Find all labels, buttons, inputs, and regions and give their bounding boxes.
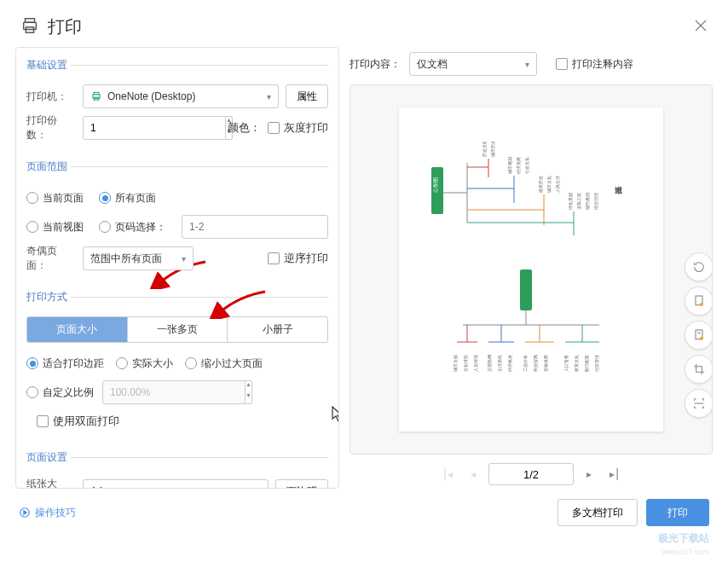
tab-page-size[interactable]: 页面大小 [27,317,128,342]
svg-text:城市史: 城市史 [615,186,624,195]
printer-select[interactable]: OneNote (Desktop) ▾ [83,84,279,108]
grayscale-label: 灰度打印 [284,120,328,136]
tips-link[interactable]: 操作技巧 [19,506,76,520]
svg-text:道路工程: 道路工程 [576,193,581,210]
print-content-value: 仅文档 [417,57,448,72]
properties-button[interactable]: 属性 [286,84,328,108]
svg-text:心智图: 心智图 [432,177,438,194]
radio-page-select[interactable]: 页码选择： [99,220,166,235]
svg-text:商业贸易: 商业贸易 [533,355,538,372]
color-label: 颜色： [228,120,261,136]
duplex-checkbox[interactable]: 使用双面打印 [37,414,119,429]
spinner-down[interactable]: ▼ [246,392,251,403]
tool-page-1[interactable] [685,287,713,316]
svg-text:绿化景观: 绿化景观 [568,193,573,210]
multi-doc-button[interactable]: 多文档打印 [558,499,638,526]
svg-text:人居环境: 人居环境 [473,355,478,372]
tab-multi-page[interactable]: 一张多页 [128,317,228,342]
reverse-label: 逆序打印 [284,251,328,266]
tool-scan[interactable] [685,389,713,418]
svg-text:生活系统: 生活系统 [497,355,502,372]
print-annot-checkbox[interactable]: 打印注释内容 [556,57,633,72]
tool-page-2[interactable] [685,321,713,350]
page-select-label: 页码选择： [115,220,166,235]
radio-custom-scale[interactable]: 自定义比例 [26,385,94,400]
custom-scale-label: 自定义比例 [43,385,94,400]
svg-text:现代规划: 现代规划 [585,193,590,210]
svg-text:文化博览: 文化博览 [463,355,468,372]
chevron-down-icon: ▾ [525,60,529,69]
copies-spinner[interactable]: ▲ ▼ [83,116,146,140]
radio-current-page[interactable]: 当前页面 [26,191,84,206]
spinner-up[interactable]: ▲ [246,381,251,392]
svg-text:城市历史: 城市历史 [490,142,495,158]
settings-panel: 基础设置 打印机： OneNote (Desktop) ▾ 属性 打印份数： [15,47,339,489]
scale-input[interactable] [102,380,246,404]
copies-label: 打印份数： [26,113,76,142]
grayscale-checkbox[interactable]: 灰度打印 [268,120,328,136]
pager-last[interactable]: ▸⎮ [604,464,625,484]
scale-spinner[interactable]: ▲ ▼ [102,380,213,404]
current-page-label: 当前页面 [43,191,84,206]
duplex-label: 使用双面打印 [53,414,119,429]
margin-button[interactable]: 页边距 [275,479,328,489]
paper-size-select[interactable]: A4 ▾ [83,479,269,489]
watermark: 极光下载站 www.xz7.com [658,532,709,559]
svg-text:社会文化: 社会文化 [524,157,529,174]
dialog-title: 打印 [48,15,82,38]
svg-text:综合治理: 综合治理 [593,193,598,210]
reverse-checkbox[interactable]: 逆序打印 [268,251,328,266]
tips-label: 操作技巧 [35,506,76,520]
basic-legend: 基础设置 [23,58,71,72]
svg-text:交通路网: 交通路网 [487,355,492,372]
chevron-down-icon: ▾ [257,487,261,490]
printer-device-icon [90,90,102,102]
page-range-input[interactable] [182,215,328,239]
parity-label: 奇偶页面： [26,244,76,273]
shrink-large-label: 缩小过大页面 [201,356,263,371]
radio-all-pages[interactable]: 所有页面 [99,191,156,206]
range-legend: 页面范围 [23,159,71,174]
print-icon [20,16,39,38]
tool-crop[interactable] [685,355,713,384]
radio-actual-size[interactable]: 实际大小 [116,356,173,371]
print-content-select[interactable]: 仅文档 ▾ [409,52,537,76]
svg-text:医疗配套: 医疗配套 [584,355,589,372]
pager-next[interactable]: ▸ [579,464,599,484]
radio-fit-margin[interactable]: 适合打印边距 [26,356,104,371]
svg-text:治安管理: 治安管理 [594,355,599,372]
radio-current-view[interactable]: 当前视图 [26,220,84,235]
parity-select[interactable]: 范围中所有页面 ▾ [83,246,194,270]
svg-text:城市文化: 城市文化 [546,176,552,194]
actual-size-label: 实际大小 [132,356,173,371]
svg-text:城市文献: 城市文献 [453,355,458,373]
svg-text:工业分布: 工业分布 [523,355,528,372]
svg-text:历史文献: 历史文献 [482,142,487,157]
preview-page: 心智图 城市史 历史文献 城市历史 城市规划 经济发展 [399,107,663,432]
svg-text:人口普查: 人口普查 [563,355,569,372]
paper-size-value: A4 [90,485,103,489]
svg-point-60 [700,303,703,306]
printer-label: 打印机： [26,90,76,104]
cursor-icon [332,406,339,423]
svg-text:教育文化: 教育文化 [574,355,579,372]
print-button[interactable]: 打印 [646,499,709,526]
pager-first[interactable]: ⎮◂ [437,464,458,484]
paper-size-label: 纸张大小： [26,477,76,489]
close-button[interactable] [694,17,708,37]
parity-value: 范围中所有页面 [90,252,162,266]
radio-shrink-large[interactable]: 缩小过大页面 [185,356,263,371]
svg-point-63 [700,337,703,340]
svg-text:建筑历史: 建筑历史 [538,176,543,194]
svg-text:人民生活: 人民生活 [555,176,560,193]
pager-input[interactable] [488,463,574,485]
tab-booklet[interactable]: 小册子 [228,317,327,342]
copies-input[interactable] [83,116,226,140]
chevron-down-icon: ▾ [267,92,271,101]
pager-prev[interactable]: ◂ [463,464,483,484]
svg-text:金融发展: 金融发展 [543,355,548,372]
tool-rotate[interactable] [685,252,713,281]
svg-text:经济概述: 经济概述 [507,355,512,372]
mindmap-thumbnail: 心智图 城市史 历史文献 城市历史 城市规划 经济发展 [416,142,646,397]
printer-value: OneNote (Desktop) [107,90,195,102]
